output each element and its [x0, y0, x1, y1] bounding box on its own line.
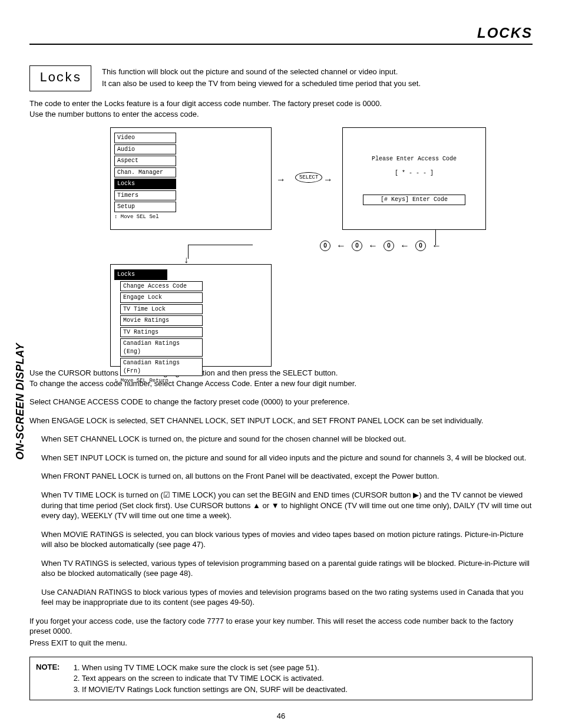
access-code-hint: [# Keys] Enter Code: [363, 195, 465, 205]
osd-locks-submenu: Locks Change Access Code Engage Lock TV …: [110, 264, 272, 367]
access-code-prompt: Please Enter Access Code: [346, 155, 482, 163]
access-code-mask: [ * - - - ]: [346, 169, 482, 177]
forget-code-paragraph: If you forget your access code, use the …: [29, 616, 533, 637]
osd-item: Aspect: [114, 156, 176, 166]
section-title: Locks: [29, 65, 91, 91]
zero-button: 0: [384, 241, 394, 251]
osd-item: TV Time Lock: [120, 304, 203, 315]
page-header: LOCKS: [29, 24, 533, 45]
arrow-left-icon: [368, 239, 378, 252]
arrow-left-icon: [336, 239, 346, 252]
movie-ratings-paragraph: When MOVIE RATINGS is selected, you can …: [41, 529, 533, 550]
osd-item: Setup: [114, 202, 176, 212]
osd-item: Canadian Ratings (Frn): [120, 358, 203, 376]
access-code-paragraph: The code to enter the Locks feature is a…: [29, 98, 533, 119]
osd-item: TV Ratings: [120, 327, 203, 338]
note-box: NOTE: 1. When using TV TIME LOCK make su…: [29, 657, 533, 701]
osd-item-selected: Locks: [114, 179, 176, 189]
note-item: 3. If MOVIE/TV Ratings Lock function set…: [74, 684, 348, 695]
right-triangle-icon: [413, 490, 419, 499]
osd-item: Engage Lock: [120, 292, 203, 303]
tv-time-lock-paragraph: When TV TIME LOCK is turned on ( TIME LO…: [41, 490, 533, 521]
osd-item: Video: [114, 133, 176, 143]
zero-button: 0: [352, 241, 362, 251]
zero-button: 0: [415, 241, 426, 251]
front-panel-paragraph: When FRONT PANEL LOCK is turned on, all …: [41, 471, 533, 482]
checkbox-icon: [163, 490, 170, 499]
channel-lock-paragraph: When SET CHANNEL LOCK is turned on, the …: [41, 434, 533, 444]
osd-item: Movie Ratings: [120, 315, 203, 326]
tv-ratings-paragraph: When TV RATINGS is selected, various typ…: [41, 558, 533, 579]
select-button: SELECT: [295, 172, 322, 183]
osd-item: Audio: [114, 144, 176, 155]
arrow-left-icon: [400, 239, 409, 252]
osd-hint: ↕ Move SEL Return: [114, 377, 267, 384]
intro-line-1: This function will block out the picture…: [102, 67, 421, 77]
note-label: NOTE:: [36, 662, 71, 673]
digit-row: 0 0 0 0: [188, 239, 441, 252]
arrow-right-icon: [323, 173, 333, 186]
cursor-instruction: Use the CURSOR buttons or to highlight f…: [29, 368, 533, 388]
up-triangle-icon: [253, 501, 260, 510]
page-number: 46: [29, 711, 533, 722]
osd-item: Chan. Manager: [114, 167, 176, 178]
canadian-ratings-paragraph: Use CANADIAN RATINGS to block various ty…: [41, 587, 533, 608]
note-list: 1. When using TV TIME LOCK make sure the…: [74, 662, 348, 696]
zero-button: 0: [320, 241, 330, 251]
connector-line: [188, 245, 253, 245]
osd-submenu-title: Locks: [114, 269, 167, 280]
flow-diagram: Video Audio Aspect Chan. Manager Locks T…: [51, 127, 511, 363]
exit-paragraph: Press EXIT to quit the menu.: [29, 638, 533, 648]
note-item: 1. When using TV TIME LOCK make sure the…: [74, 663, 348, 673]
osd-access-code: Please Enter Access Code [ * - - - ] [# …: [342, 127, 486, 230]
arrow-right-icon: [276, 173, 286, 186]
osd-main-menu: Video Audio Aspect Chan. Manager Locks T…: [110, 127, 272, 230]
note-item: 2. Text appears on the screen to indicat…: [74, 673, 348, 684]
osd-hint: ↕ Move SEL Sel: [114, 213, 267, 220]
arrow-left-icon: [432, 239, 441, 252]
change-code-paragraph: Select CHANGE ACCESS CODE to change the …: [29, 397, 533, 407]
osd-item: Change Access Code: [120, 281, 203, 292]
side-tab-label: ON-SCREEN DISPLAY: [13, 343, 27, 460]
osd-item: Timers: [114, 190, 176, 201]
down-triangle-icon: [272, 501, 279, 510]
engage-lock-paragraph: When ENGAGE LOCK is selected, SET CHANNE…: [29, 416, 533, 426]
osd-item: Canadian Ratings (Eng): [120, 338, 203, 357]
section-heading-row: Locks This function will block out the p…: [29, 65, 533, 91]
intro-line-2: It can also be used to keep the TV from …: [102, 78, 421, 89]
input-lock-paragraph: When SET INPUT LOCK is turned on, the pi…: [41, 453, 533, 463]
